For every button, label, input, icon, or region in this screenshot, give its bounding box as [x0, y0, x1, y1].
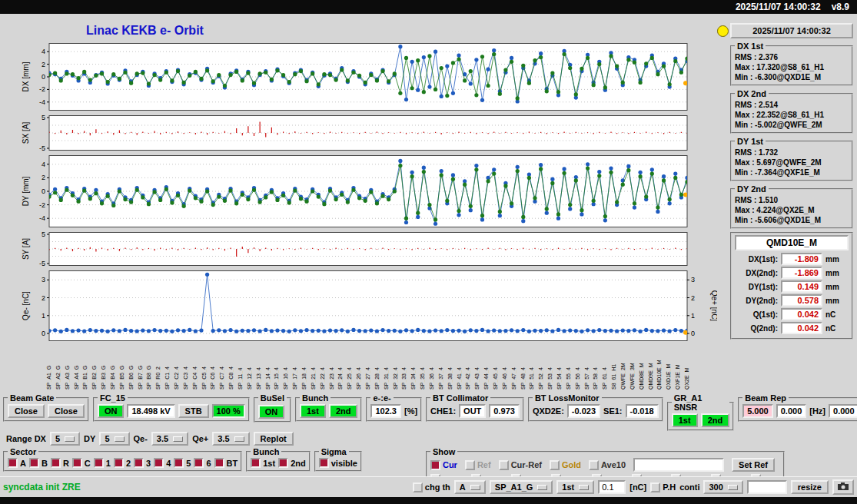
toggle-Cur[interactable]: Cur [430, 460, 457, 470]
replot-button[interactable]: Replot [254, 432, 294, 446]
sector-select-value: A [460, 482, 466, 492]
fc15-on-button[interactable]: ON [98, 404, 125, 418]
che1-state-display: OUT [459, 404, 486, 418]
bpm-x-label: SP_45_4 [493, 346, 498, 390]
snapshot-button[interactable] [832, 479, 854, 495]
app-window: 2025/11/07 14:00:32 v8.9 Linac KEKB e- O… [0, 0, 857, 504]
bunch-2nd-button[interactable]: 2nd [329, 404, 358, 418]
conti-label: conti [679, 482, 699, 492]
bpm-x-label: SP_16_4 [283, 346, 288, 390]
bpm-x-label: SP_23_4 [329, 346, 334, 390]
bpm-x-label: QMD10E_M [656, 346, 662, 390]
checkbox-indicator [650, 482, 660, 492]
stats-groups: DX 1stRMS : 2.376Max : 17.320@S8_61_H1Mi… [730, 41, 853, 229]
gr-snsr-legend: GR_A1 SNSR [672, 393, 729, 412]
bpm-x-label: SP_34_4 [410, 346, 416, 390]
toggle-B[interactable]: B [29, 458, 48, 468]
beam-rep-set-display: 5.000 [742, 404, 773, 418]
threshold-input[interactable] [598, 480, 626, 494]
svg-text:-2: -2 [39, 85, 45, 93]
range-qem-select[interactable]: 3.5 [151, 432, 188, 446]
bpm-x-label: SP_21_4 [311, 346, 316, 390]
checkbox-indicator [154, 458, 164, 468]
set-ref-button[interactable]: Set Ref [732, 458, 775, 472]
bpm-select[interactable]: SP_A1_G [490, 480, 553, 494]
ref-file-input[interactable] [633, 458, 724, 472]
bpm-x-label: SP_35_4 [420, 346, 425, 390]
toggle-1[interactable]: 1 [94, 458, 111, 468]
bpm-x-label: SP_48_4 [520, 346, 526, 390]
toggle-label: 6 [206, 459, 211, 468]
bunch-1st-button[interactable]: 1st [300, 404, 326, 418]
stats-group-title: DX 2nd [735, 89, 769, 98]
toggle-Ave10[interactable]: Ave10 [589, 460, 626, 470]
toggle-5[interactable]: 5 [174, 458, 191, 468]
bpm-x-label: SP_B3_G [101, 346, 106, 390]
sector-select[interactable]: A [454, 480, 486, 494]
busel-on-button[interactable]: ON [258, 405, 285, 419]
bpm-x-label: SP_B8_G [146, 346, 151, 390]
gr-snsr-2nd-button[interactable]: 2nd [701, 413, 730, 427]
stats-row: RMS : 2.514 [735, 100, 849, 110]
stats-row: Min : -5.606@QXD1E_M [735, 215, 849, 225]
aux-input[interactable] [747, 480, 787, 494]
bpm-x-label: SP_B1_G [82, 346, 88, 390]
x-axis-labels: SP_A1_GSP_A2_GSP_A3_GSP_A4_GSP_B1_GSP_B2… [22, 346, 717, 390]
range-dx-select[interactable]: 5 [50, 432, 80, 446]
bpm-row-label: DY(2nd): [735, 297, 778, 305]
svg-text:4: 4 [42, 161, 45, 168]
beam-gate-close-button-1[interactable]: Close [8, 404, 45, 418]
toggle-1st[interactable]: 1st [251, 458, 275, 468]
toggle-R[interactable]: R [51, 458, 69, 468]
toggle-2[interactable]: 2 [114, 458, 131, 468]
stats-group: DY 1stRMS : 1.732Max : 5.697@QWFE_2MMin … [730, 137, 853, 181]
toggle-BT[interactable]: BT [214, 458, 238, 468]
toggle-Ref[interactable]: Ref [465, 460, 491, 470]
bpm-x-label: SP_C2_4 [174, 346, 179, 390]
bpm-row-unit: nC [825, 324, 835, 333]
stats-row: Max : 22.352@S8_61_H1 [735, 110, 849, 120]
bpm-x-label: SP_52_4 [538, 346, 543, 390]
bpm-x-label: SP_58_4 [593, 346, 598, 390]
beam-rep-legend: Beam Rep [742, 393, 789, 403]
bpm-x-label: SP_A3_G [65, 346, 70, 390]
toggle-Gold[interactable]: Gold [550, 460, 581, 470]
bpm-row-unit: nC [825, 310, 835, 319]
toggle-A[interactable]: A [8, 458, 26, 468]
bunch-select[interactable]: 1st [556, 480, 594, 494]
bpm-x-label: SP_37_4 [438, 346, 443, 390]
toggle-Cur-Ref[interactable]: Cur-Ref [499, 460, 542, 470]
fc15-stb-button[interactable]: STB [178, 404, 209, 418]
interval-select[interactable]: 300 [703, 480, 742, 494]
checkbox-indicator [174, 458, 184, 468]
toggle-label: 1st [263, 459, 275, 468]
bpm-x-label: SP_A1_G [46, 346, 51, 390]
chg-th-label: chg th [425, 482, 450, 492]
stats-group: DX 2ndRMS : 2.514Max : 22.352@S8_61_H1Mi… [730, 89, 853, 134]
bpm-x-label: SP_47_4 [511, 346, 517, 390]
svg-text:-4: -4 [39, 98, 45, 106]
toggle-visible[interactable]: visible [319, 458, 357, 468]
ph-checkbox[interactable]: P.H [650, 482, 676, 492]
toggle-2nd[interactable]: 2nd [278, 458, 306, 468]
bpm-row-value: 0.149 [781, 280, 822, 293]
svg-text:-2: -2 [39, 201, 45, 209]
toggle-4[interactable]: 4 [154, 458, 171, 468]
range-dx-label: Range DX [6, 434, 46, 443]
bpm-x-label: QMD8E_M [639, 346, 644, 390]
beam-rep-hz-label: [Hz] [809, 406, 825, 416]
bpm-row-unit: mm [825, 297, 839, 305]
toggle-6[interactable]: 6 [194, 458, 211, 468]
sy-steering-plot: -55SY [A] [22, 232, 717, 266]
dx-orbit-plot: -4-2024DX [mm] [22, 43, 717, 111]
beam-gate-close-button-2[interactable]: Close [48, 404, 85, 418]
gr-snsr-1st-button[interactable]: 1st [672, 413, 698, 427]
range-qep-select[interactable]: 3.5 [212, 432, 249, 446]
stats-group-title: DY 2nd [735, 184, 769, 194]
chg-th-checkbox[interactable]: chg th [413, 482, 450, 492]
toggle-C[interactable]: C [72, 458, 91, 468]
toggle-3[interactable]: 3 [134, 458, 151, 468]
resize-button[interactable]: resize [791, 480, 829, 494]
beam-gate-legend: Beam Gate [8, 393, 56, 403]
range-dy-select[interactable]: 5 [99, 432, 129, 446]
